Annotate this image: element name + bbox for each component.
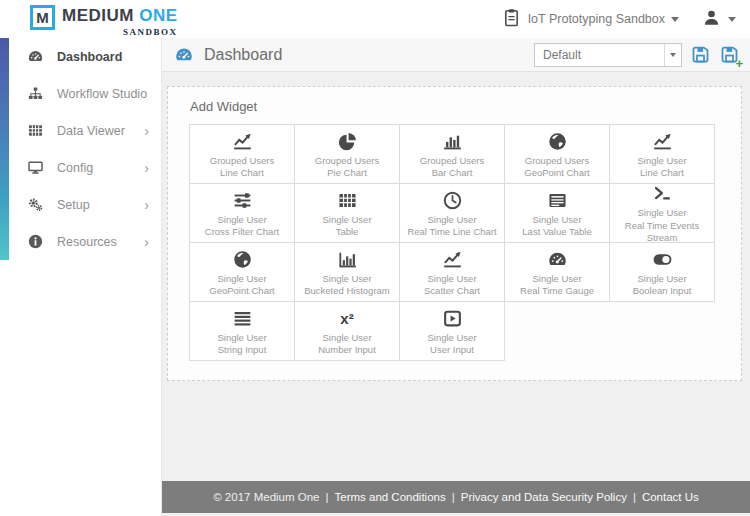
sidebar-item-data-viewer[interactable]: Data Viewer› [0, 112, 161, 149]
sidebar-item-config[interactable]: Config› [0, 149, 161, 186]
widget-group-label: Single User [217, 214, 266, 227]
widget-tile[interactable]: Single UserBoolean Input [609, 242, 715, 302]
widget-tile[interactable]: Single UserReal Time Gauge [504, 242, 610, 302]
logo-m-icon: M [30, 5, 55, 30]
widget-tile[interactable]: Grouped UsersPie Chart [294, 124, 400, 184]
widget-tile[interactable]: Single UserLine Chart [609, 124, 715, 184]
sidebar-item-workflow-studio[interactable]: Workflow Studio [0, 75, 161, 112]
widget-type-label: Table [336, 226, 359, 239]
footer-separator: | [446, 491, 461, 503]
widget-type-label: Real Time Line Chart [407, 226, 496, 239]
footer-link-contact-us[interactable]: Contact Us [642, 491, 699, 503]
globe-icon [547, 131, 568, 152]
line-chart-icon [652, 131, 673, 152]
footer: © 2017 Medium One|Terms and Conditions|P… [162, 481, 750, 513]
clipboard-icon [501, 7, 522, 28]
widget-tile[interactable]: Single UserUser Input [399, 301, 505, 361]
save-plus-icon[interactable]: + [719, 44, 740, 65]
x-squared-icon: x² [337, 308, 358, 329]
widget-group-label: Grouped Users [315, 155, 379, 168]
sidebar-item-label: Workflow Studio [57, 87, 147, 101]
widget-type-label: Line Chart [640, 167, 684, 180]
save-icon[interactable] [690, 44, 711, 65]
widget-group-label: Single User [637, 155, 686, 168]
sidebar-item-label: Data Viewer [57, 124, 125, 138]
widget-type-label: Real Time Events Stream [610, 220, 714, 245]
align-justify-icon [232, 308, 253, 329]
widget-type-label: Scatter Chart [424, 285, 480, 298]
table-icon [27, 122, 44, 139]
sidebar-item-label: Resources [57, 235, 117, 249]
add-widget-panel: Add Widget Grouped UsersLine ChartGroupe… [167, 86, 742, 381]
app-window: M MEDIUM ONE SANDBOX IoT Prototyping San… [0, 0, 750, 516]
content-area: Add Widget Grouped UsersLine ChartGroupe… [162, 72, 750, 481]
footer-link-terms-and-conditions[interactable]: Terms and Conditions [334, 491, 445, 503]
widget-tile[interactable]: Single UserTable [294, 183, 400, 243]
environment-dropdown[interactable]: IoT Prototyping Sandbox [501, 7, 679, 31]
sliders-icon [232, 190, 253, 211]
top-bar: M MEDIUM ONE SANDBOX IoT Prototyping San… [0, 0, 750, 38]
widget-tile[interactable]: Single UserLast Value Table [504, 183, 610, 243]
terminal-icon [652, 183, 673, 204]
cogs-icon [27, 196, 44, 213]
list-table-icon [547, 190, 568, 211]
environment-label: IoT Prototyping Sandbox [528, 12, 665, 26]
page-title: Dashboard [204, 46, 282, 64]
widget-tile[interactable]: Single UserBucketed Histogram [294, 242, 400, 302]
dashboard-select-value: Default [535, 48, 664, 62]
user-menu-dropdown[interactable] [701, 7, 736, 31]
widget-tile[interactable]: Grouped UsersGeoPoint Chart [504, 124, 610, 184]
main-header: Dashboard Default + [162, 38, 750, 72]
sidebar-accent-gradient [0, 38, 9, 260]
widget-group-label: Single User [427, 332, 476, 345]
widget-tile[interactable]: Single UserGeoPoint Chart [189, 242, 295, 302]
widget-tile[interactable]: Grouped UsersBar Chart [399, 124, 505, 184]
widget-type-label: String Input [218, 344, 267, 357]
footer-link-privacy-and-data-security-policy[interactable]: Privacy and Data Security Policy [461, 491, 627, 503]
widget-type-label: Last Value Table [522, 226, 591, 239]
chevron-right-icon: › [144, 161, 149, 175]
widget-tile[interactable]: Single UserScatter Chart [399, 242, 505, 302]
widget-group-label: Single User [427, 273, 476, 286]
widget-tile[interactable]: Single UserReal Time Events Stream [609, 183, 715, 243]
widget-tile[interactable]: Single UserString Input [189, 301, 295, 361]
widget-tile[interactable]: Grouped UsersLine Chart [189, 124, 295, 184]
gauge-icon [547, 249, 568, 270]
clock-icon [442, 190, 463, 211]
widget-tile[interactable]: Single UserCross Filter Chart [189, 183, 295, 243]
user-icon [701, 7, 722, 28]
widget-type-label: Bar Chart [432, 167, 473, 180]
sitemap-icon [27, 85, 44, 102]
medium-one-logo[interactable]: M MEDIUM ONE SANDBOX [30, 2, 178, 37]
table-icon [337, 190, 358, 211]
histogram-icon [337, 249, 358, 270]
widget-type-label: Cross Filter Chart [205, 226, 279, 239]
sidebar-item-dashboard[interactable]: Dashboard [0, 38, 161, 75]
sidebar-item-setup[interactable]: Setup› [0, 186, 161, 223]
desktop-icon [27, 159, 44, 176]
widget-tile[interactable]: Single UserReal Time Line Chart [399, 183, 505, 243]
info-circle-icon [27, 233, 44, 250]
widget-tile[interactable]: x²Single UserNumber Input [294, 301, 400, 361]
sidebar-item-label: Dashboard [57, 50, 122, 64]
widget-group-label: Grouped Users [210, 155, 274, 168]
widget-group-label: Single User [532, 214, 581, 227]
footer-separator: | [319, 491, 334, 503]
dashboard-select[interactable]: Default [534, 43, 682, 67]
widget-group-label: Grouped Users [525, 155, 589, 168]
chevron-right-icon: › [144, 198, 149, 212]
plus-icon: + [735, 57, 743, 70]
widget-group-label: Single User [532, 273, 581, 286]
widget-type-label: Line Chart [220, 167, 264, 180]
sidebar-item-resources[interactable]: Resources› [0, 223, 161, 260]
gauge-icon [27, 48, 44, 65]
chevron-right-icon: › [144, 235, 149, 249]
scatter-chart-icon [442, 249, 463, 270]
panel-title: Add Widget [190, 99, 741, 114]
pie-chart-icon [337, 131, 358, 152]
chevron-down-icon [671, 17, 679, 22]
widget-type-label: GeoPoint Chart [524, 167, 589, 180]
sidebar: DashboardWorkflow StudioData Viewer›Conf… [0, 38, 162, 516]
chevron-right-icon: › [144, 124, 149, 138]
widget-group-label: Single User [217, 332, 266, 345]
